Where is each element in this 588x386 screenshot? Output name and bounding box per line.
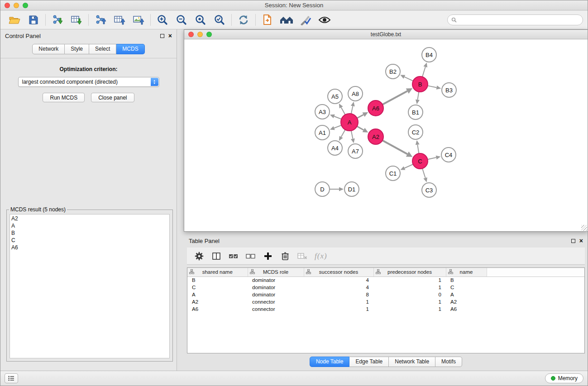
network-canvas[interactable]: AA6A2BCA5A8A3A1A4A7B2B4B3B1C2C4C1C3DD1 — [184, 39, 588, 231]
graph-edge-A-A7[interactable] — [351, 131, 353, 139]
graph-edge-A-A8[interactable] — [351, 106, 353, 114]
graph-node-B2[interactable]: B2 — [386, 64, 400, 79]
graph-node-A3[interactable]: A3 — [315, 105, 330, 119]
table-row[interactable]: Cdominator41C — [187, 284, 584, 291]
mcds-result-item[interactable]: A6 — [11, 244, 168, 251]
tab-motifs[interactable]: Motifs — [435, 357, 462, 367]
graph-edge-A-A2[interactable] — [357, 126, 364, 130]
search-input[interactable] — [459, 17, 579, 23]
open-document-button[interactable] — [258, 12, 277, 28]
graph-edge-A-A3[interactable] — [334, 116, 341, 119]
open-session-button[interactable] — [5, 12, 24, 28]
graph-node-B4[interactable]: B4 — [422, 48, 436, 62]
graph-node-A1[interactable]: A1 — [315, 125, 330, 140]
graph-node-C1[interactable]: C1 — [386, 166, 400, 181]
delete-column-button[interactable] — [278, 249, 292, 263]
table-settings-button[interactable] — [192, 249, 206, 263]
mcds-result-item[interactable]: B — [11, 229, 168, 237]
float-panel-icon[interactable] — [160, 34, 164, 38]
graph-edge-A-A4[interactable] — [341, 130, 345, 137]
zoom-out-button[interactable] — [172, 12, 191, 28]
run-mcds-button[interactable]: Run MCDS — [43, 93, 85, 102]
optimization-criterion-dropdown[interactable]: largest connected component (directed) ▲… — [18, 77, 159, 87]
add-column-button[interactable] — [261, 249, 274, 263]
graph-node-C2[interactable]: C2 — [408, 125, 423, 139]
zoom-selected-button[interactable] — [210, 12, 229, 28]
graph-node-A[interactable]: A — [341, 114, 358, 131]
graph-edge-B-B3[interactable] — [428, 86, 437, 87]
minimize-network-button[interactable] — [197, 32, 203, 37]
import-table-button[interactable] — [67, 12, 86, 28]
close-network-button[interactable] — [188, 32, 194, 37]
zoom-in-button[interactable] — [153, 12, 172, 28]
graph-node-B[interactable]: B — [412, 76, 428, 92]
mcds-result-item[interactable]: A — [11, 222, 168, 229]
graph-edge-A-A1[interactable] — [334, 125, 341, 128]
graph-node-A4[interactable]: A4 — [328, 141, 342, 155]
delete-table-button[interactable] — [296, 249, 309, 263]
column-header-predecessor-nodes[interactable]: predecessor nodes — [373, 268, 446, 276]
search-field[interactable] — [447, 14, 583, 25]
graph-edge-A2-C[interactable] — [382, 140, 407, 154]
graph-node-C4[interactable]: C4 — [441, 148, 456, 162]
graph-node-A2[interactable]: A2 — [368, 129, 383, 144]
close-table-panel-icon[interactable]: × — [579, 238, 583, 243]
tab-mcds[interactable]: MCDS — [116, 44, 144, 54]
close-panel-icon[interactable]: × — [168, 33, 172, 38]
graph-node-D[interactable]: D — [315, 182, 330, 196]
column-header-shared-name[interactable]: shared name — [187, 268, 248, 276]
resize-grip[interactable] — [581, 225, 587, 231]
graph-node-A8[interactable]: A8 — [348, 86, 363, 101]
column-header-name[interactable]: name — [446, 268, 487, 276]
graph-node-A5[interactable]: A5 — [328, 89, 342, 104]
graph-node-B3[interactable]: B3 — [442, 83, 456, 97]
graph-edge-A-A5[interactable] — [341, 107, 345, 114]
graph-edge-C-C3[interactable] — [422, 168, 425, 178]
table-row[interactable]: A6connector11A6 — [187, 305, 584, 313]
tab-edge-table[interactable]: Edge Table — [349, 357, 389, 367]
mcds-result-item[interactable]: C — [11, 237, 168, 244]
tab-select[interactable]: Select — [89, 44, 116, 54]
import-network-button[interactable] — [48, 12, 67, 28]
refresh-layout-button[interactable] — [234, 12, 253, 28]
graph-edge-C-C1[interactable] — [405, 164, 413, 168]
graph-edge-C-C2[interactable] — [417, 145, 419, 154]
graph-node-A7[interactable]: A7 — [348, 144, 363, 158]
save-session-button[interactable] — [24, 12, 43, 28]
homes-button[interactable] — [277, 12, 296, 28]
tab-network-table[interactable]: Network Table — [389, 357, 435, 367]
graph-edge-B-B4[interactable] — [422, 67, 425, 77]
graph-node-A6[interactable]: A6 — [368, 100, 383, 116]
close-panel-button[interactable]: Close panel — [91, 93, 134, 102]
select-all-button[interactable] — [227, 249, 240, 263]
export-image-button[interactable] — [129, 12, 148, 28]
show-columns-button[interactable] — [210, 249, 223, 263]
graph-node-C3[interactable]: C3 — [422, 183, 436, 197]
deselect-all-button[interactable] — [244, 249, 257, 263]
tab-network[interactable]: Network — [32, 44, 65, 54]
zoom-network-button[interactable] — [206, 32, 212, 37]
table-row[interactable]: Bdominator41B — [187, 276, 584, 284]
graph-edge-A-A6[interactable] — [357, 114, 363, 118]
float-table-panel-icon[interactable] — [571, 239, 575, 243]
node-table[interactable]: shared nameMCDS rolesuccessor nodesprede… — [187, 267, 585, 353]
mcds-result-list[interactable]: A2ABCA6 — [10, 214, 170, 358]
zoom-fit-button[interactable] — [191, 12, 210, 28]
graph-node-B1[interactable]: B1 — [408, 105, 423, 119]
show-hide-button[interactable] — [315, 12, 334, 28]
graph-node-D1[interactable]: D1 — [344, 182, 359, 196]
tab-node-table[interactable]: Node Table — [310, 357, 350, 367]
column-header-mcds-role[interactable]: MCDS role — [248, 268, 304, 276]
graph-edge-B-B2[interactable] — [404, 77, 413, 81]
apply-style-button[interactable] — [296, 12, 315, 28]
table-row[interactable]: A2connector11A2 — [187, 298, 584, 305]
function-builder-button[interactable]: f(x) — [315, 252, 327, 261]
graph-node-C[interactable]: C — [412, 153, 428, 169]
export-table-button[interactable] — [110, 12, 129, 28]
export-network-button[interactable] — [91, 12, 110, 28]
table-row[interactable]: Adominator80A — [187, 291, 584, 298]
graph-edge-C-C4[interactable] — [428, 157, 436, 159]
network-graph[interactable]: AA6A2BCA5A8A3A1A4A7B2B4B3B1C2C4C1C3DD1 — [184, 39, 588, 231]
graph-edge-B-B1[interactable] — [417, 92, 419, 100]
task-history-button[interactable] — [5, 373, 18, 383]
